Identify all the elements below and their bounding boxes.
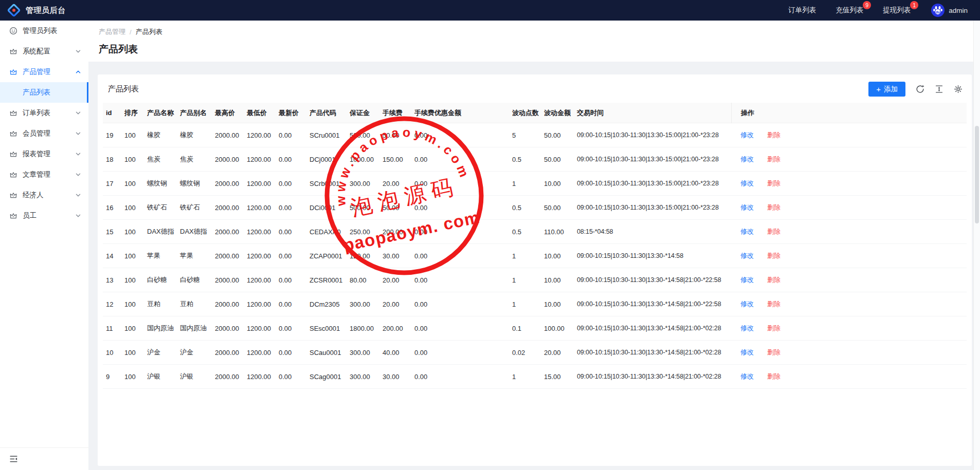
navbar-item-withdraw-list[interactable]: 提现列表1: [883, 6, 911, 15]
sidebar-item-broker[interactable]: 经济人: [0, 185, 88, 205]
cell: 10: [103, 349, 121, 356]
actions-cell: 修改删除: [731, 251, 967, 260]
delete-link[interactable]: 删除: [767, 179, 781, 188]
sidebar-item-order-list[interactable]: 订单列表: [0, 103, 88, 123]
cell: 豆粕: [144, 299, 177, 309]
gear-icon[interactable]: [954, 85, 963, 93]
edit-link[interactable]: 修改: [740, 155, 754, 164]
card-header: 产品列表 + 添加: [98, 74, 972, 103]
cell: 铁矿石: [177, 203, 212, 212]
sidebar-item-admin-list[interactable]: 管理员列表: [0, 21, 88, 41]
sidebar-item-label: 系统配置: [23, 47, 50, 56]
sidebar-item-label: 报表管理: [23, 149, 50, 159]
navbar-item-recharge-list[interactable]: 充值列表9: [836, 6, 863, 15]
navbar-item-order-list[interactable]: 订单列表: [788, 6, 816, 15]
crown-icon: [9, 47, 17, 55]
cell: 19: [103, 131, 121, 139]
cell: 0.00: [411, 276, 509, 284]
delete-link[interactable]: 删除: [767, 130, 781, 140]
navbar-item-label: 提现列表: [883, 6, 911, 14]
cell: CEDAXA0: [306, 228, 347, 236]
crown-icon: [9, 109, 17, 117]
sidebar-item-report-management[interactable]: 报表管理: [0, 144, 88, 164]
sidebar: 管理员列表系统配置产品管理产品列表订单列表会员管理报表管理文章管理经济人员工: [0, 21, 88, 470]
breadcrumb: 产品管理 / 产品列表: [99, 27, 980, 36]
sidebar-item-label: 员工: [23, 211, 37, 220]
refresh-icon[interactable]: [916, 85, 924, 93]
cell: SCau0001: [306, 349, 347, 356]
cell: 0.00: [411, 204, 509, 212]
card-tools: + 添加: [868, 82, 963, 97]
table-row: 9100沪银沪银2000.001200.000.00SCag0001300.00…: [103, 365, 967, 389]
edit-link[interactable]: 修改: [740, 299, 754, 309]
cell: 2000.00: [212, 325, 244, 332]
sidebar-item-label: 经济人: [23, 191, 44, 200]
cell: SEsc0001: [306, 325, 347, 332]
scrollbar-thumb[interactable]: [975, 126, 979, 223]
sidebar-item-product-management[interactable]: 产品管理: [0, 62, 88, 82]
edit-link[interactable]: 修改: [740, 348, 754, 357]
cell: 09:00-10:15|10:30-11:30|13:30-*14:58|21:…: [574, 373, 731, 380]
column-header-9: 手续费: [379, 108, 411, 118]
edit-link[interactable]: 修改: [740, 324, 754, 333]
column-header-5: 最低价: [244, 108, 276, 118]
notification-badge: 9: [863, 1, 871, 9]
cell: 1: [509, 373, 541, 381]
edit-link[interactable]: 修改: [740, 179, 754, 188]
cell: 100: [121, 373, 144, 381]
cell: 1000.00: [347, 156, 379, 163]
edit-link[interactable]: 修改: [740, 372, 754, 381]
table-row: 17100螺纹钢螺纹钢2000.001200.000.00SCrb0001300…: [103, 172, 967, 196]
cell: 500.00: [347, 204, 379, 212]
cell: 09:00-10:15|10:30-11:30|13:30-15:00|21:0…: [574, 204, 731, 211]
cell: 09:00-10:15|10:30-11:30|13:30-*14:58|21:…: [574, 276, 731, 284]
menu-fold-icon[interactable]: [9, 455, 18, 463]
sidebar-item-member-management[interactable]: 会员管理: [0, 123, 88, 144]
column-header-2: 产品名称: [144, 108, 177, 118]
user-menu[interactable]: du admin: [931, 4, 968, 17]
delete-link[interactable]: 删除: [767, 251, 781, 260]
sidebar-item-article-management[interactable]: 文章管理: [0, 164, 88, 185]
cell: 焦炭: [144, 155, 177, 164]
edit-link[interactable]: 修改: [740, 130, 754, 140]
add-button[interactable]: + 添加: [868, 82, 905, 97]
breadcrumb-parent[interactable]: 产品管理: [99, 27, 125, 36]
cell: 国内原油: [144, 324, 177, 333]
delete-link[interactable]: 删除: [767, 155, 781, 164]
edit-link[interactable]: 修改: [740, 227, 754, 236]
table-row: 13100白砂糖白砂糖2000.001200.000.00ZCSR000180.…: [103, 268, 967, 292]
cell: 100: [121, 131, 144, 139]
cell: 苹果: [177, 251, 212, 260]
cell: 100: [121, 204, 144, 212]
sidebar-subitem-product-list[interactable]: 产品列表: [0, 82, 88, 103]
sidebar-item-staff[interactable]: 员工: [0, 205, 88, 226]
delete-link[interactable]: 删除: [767, 324, 781, 333]
cell: 0.00: [276, 131, 306, 139]
sidebar-item-label: 管理员列表: [23, 26, 58, 35]
delete-link[interactable]: 删除: [767, 227, 781, 236]
delete-link[interactable]: 删除: [767, 203, 781, 212]
cell: 200.00: [379, 228, 411, 236]
delete-link[interactable]: 删除: [767, 372, 781, 381]
cell: SCag0001: [306, 373, 347, 381]
column-height-icon[interactable]: [935, 85, 943, 93]
edit-link[interactable]: 修改: [740, 275, 754, 285]
cell: 100: [121, 349, 144, 356]
cell: 15.00: [541, 373, 574, 381]
page-scrollbar[interactable]: [973, 21, 980, 470]
product-table: id排序产品名称产品别名最高价最低价最新价产品代码保证金手续费手续费优惠金额波动…: [103, 103, 967, 389]
sidebar-item-label: 文章管理: [23, 170, 50, 179]
cell: 0.00: [411, 131, 509, 139]
cell: 0.00: [276, 349, 306, 356]
delete-link[interactable]: 删除: [767, 275, 781, 285]
edit-link[interactable]: 修改: [740, 251, 754, 260]
cell: 30.00: [379, 252, 411, 260]
sidebar-item-system-config[interactable]: 系统配置: [0, 41, 88, 62]
cell: 0.00: [411, 373, 509, 381]
edit-link[interactable]: 修改: [740, 203, 754, 212]
delete-link[interactable]: 删除: [767, 348, 781, 357]
delete-link[interactable]: 删除: [767, 299, 781, 309]
cell: 50.00: [379, 204, 411, 212]
cell: 0.5: [509, 156, 541, 163]
column-header-1: 排序: [121, 108, 144, 118]
